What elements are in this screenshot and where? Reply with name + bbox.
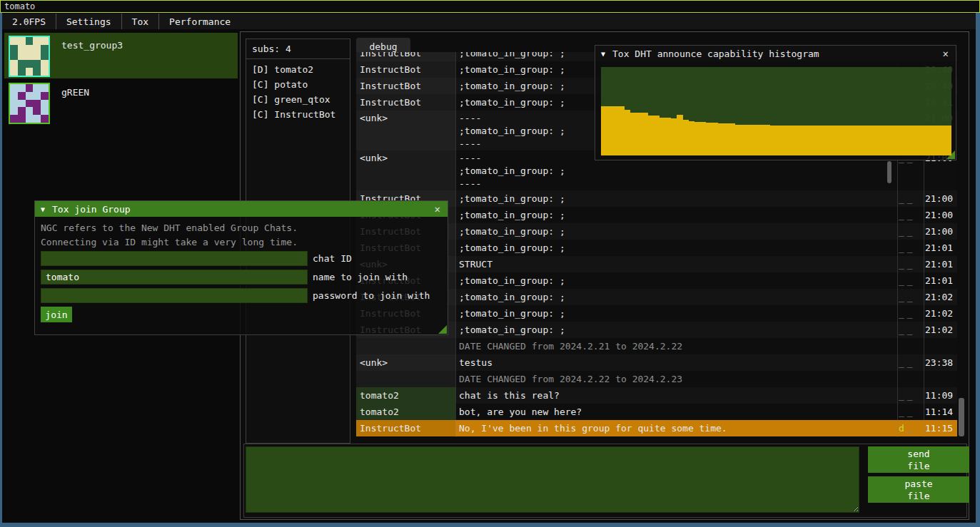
resize-grip[interactable] xyxy=(438,325,447,334)
message-text: testus xyxy=(455,354,896,371)
sender-name xyxy=(356,371,455,387)
sender-name: <unk> xyxy=(356,111,455,150)
histogram-window: ▼ Tox DHT announce capability histogram … xyxy=(595,45,956,160)
table-row[interactable]: DATE CHANGED from 2024.2.22 to 2024.2.23 xyxy=(356,371,957,387)
timestamp: 21:02 xyxy=(923,305,957,322)
paste-file-button[interactable]: paste file xyxy=(868,476,969,503)
message-text: ;tomato_in_group: ; xyxy=(455,223,896,240)
window-border-right xyxy=(976,13,980,527)
message-flags: __ xyxy=(896,387,923,404)
member-item[interactable]: [C] green_qtox xyxy=(246,92,350,107)
message-text: STRUCT xyxy=(455,256,896,272)
menu-tox[interactable]: Tox xyxy=(122,14,158,29)
subs-count: subs: 4 xyxy=(246,39,350,57)
table-row[interactable]: InstructBot No, I've been in this group … xyxy=(356,420,957,436)
message-input[interactable] xyxy=(246,446,859,513)
table-row[interactable]: tomato2 bot, are you new here? __ 11:14 xyxy=(356,404,957,420)
timestamp: 11:09 xyxy=(923,387,957,404)
menu-settings[interactable]: Settings xyxy=(56,14,121,29)
message-flags: d_ xyxy=(896,420,923,436)
join-password-row: password to join with xyxy=(41,288,430,303)
join-password-label: password to join with xyxy=(313,290,430,301)
sender-name xyxy=(356,338,455,354)
send-file-button[interactable]: send file xyxy=(868,446,969,473)
menu-performance[interactable]: Performance xyxy=(159,14,241,29)
sidebar-item-green[interactable]: gREEN xyxy=(4,80,238,126)
sender-name: InstructBot xyxy=(356,420,455,436)
message-flags: __ xyxy=(896,190,923,207)
timestamp: 11:15 xyxy=(923,420,957,436)
timestamp xyxy=(923,371,957,387)
window-border-left xyxy=(0,13,2,527)
chat-id-row: chat ID xyxy=(41,251,352,266)
message-text: ;tomato_in_group: ; xyxy=(455,289,896,305)
message-text: chat is this real? xyxy=(455,387,896,404)
composer-area: send file paste file xyxy=(243,444,967,518)
message-flags: __ xyxy=(896,207,923,223)
sender-name: InstructBot xyxy=(356,94,455,111)
group-avatar xyxy=(9,36,50,77)
message-flags xyxy=(896,371,923,387)
chat-id-label: chat ID xyxy=(313,253,352,264)
message-flags: __ xyxy=(896,272,923,289)
message-text: ;tomato_in_group: ; xyxy=(455,305,896,322)
group-avatar xyxy=(9,83,50,124)
fps-counter: 2.0FPS xyxy=(2,14,56,29)
join-password-input[interactable] xyxy=(41,288,308,303)
timestamp: 21:00 xyxy=(923,223,957,240)
app-window: tomato 2.0FPS Settings Tox Performance t… xyxy=(0,0,980,527)
join-description: NGC refers to the New DHT enabled Group … xyxy=(35,217,448,250)
join-name-input[interactable] xyxy=(41,270,308,285)
close-icon[interactable]: ✕ xyxy=(433,203,442,215)
sidebar-item-test-group3[interactable]: test_group3 xyxy=(4,33,238,78)
member-item[interactable]: [C] InstructBot xyxy=(246,107,350,122)
message-flags: __ xyxy=(896,322,923,338)
titlebar[interactable]: tomato xyxy=(0,0,980,13)
sender-name: tomato2 xyxy=(356,387,455,404)
join-name-label: name to join with xyxy=(313,272,408,282)
message-text: ;tomato_in_group: ; xyxy=(455,240,896,256)
timestamp: 21:00 xyxy=(923,207,957,223)
sender-name: <unk> xyxy=(356,150,455,190)
message-flags: __ xyxy=(896,289,923,305)
timestamp: 11:14 xyxy=(923,404,957,420)
message-text: DATE CHANGED from 2024.2.21 to 2024.2.22 xyxy=(455,338,896,354)
window-title: tomato xyxy=(4,1,35,11)
close-icon[interactable]: ✕ xyxy=(941,48,950,59)
sender-name: InstructBot xyxy=(356,78,455,94)
table-row[interactable]: <unk> testus __ 23:38 xyxy=(356,354,957,371)
histogram-title: Tox DHT announce capability histogram xyxy=(612,48,934,59)
sender-name: InstructBot xyxy=(356,52,455,61)
collapse-arrow-icon[interactable]: ▼ xyxy=(41,205,45,213)
chat-id-input[interactable] xyxy=(41,251,308,266)
message-flags: __ xyxy=(896,256,923,272)
histogram-titlebar[interactable]: ▼ Tox DHT announce capability histogram … xyxy=(595,46,956,61)
chat-scrollbar-handle[interactable] xyxy=(959,398,964,436)
table-row[interactable]: tomato2 chat is this real? __ 11:09 xyxy=(356,387,957,404)
message-text: ;tomato_in_group: ; xyxy=(455,272,896,289)
message-flags: __ xyxy=(896,223,923,240)
join-titlebar[interactable]: ▼ Tox join Group ✕ xyxy=(35,201,448,217)
menu-bar: 2.0FPS Settings Tox Performance xyxy=(2,14,976,29)
message-flags xyxy=(896,338,923,354)
table-row[interactable]: DATE CHANGED from 2024.2.21 to 2024.2.22 xyxy=(356,338,957,354)
member-item[interactable]: [C] potato xyxy=(246,77,350,92)
timestamp: 21:02 xyxy=(923,289,957,305)
member-list: [D] tomato2[C] potato[C] green_qtox[C] I… xyxy=(246,62,350,122)
group-name: test_group3 xyxy=(61,40,123,51)
group-name: gREEN xyxy=(61,87,89,98)
scrollbar-handle[interactable] xyxy=(887,161,891,183)
message-text: No, I've been in this group for quite so… xyxy=(455,420,896,436)
separator xyxy=(246,58,350,59)
join-window-title: Tox join Group xyxy=(52,204,426,215)
message-text: DATE CHANGED from 2024.2.22 to 2024.2.23 xyxy=(455,371,896,387)
join-button[interactable]: join xyxy=(41,307,72,322)
member-item[interactable]: [D] tomato2 xyxy=(246,62,350,77)
timestamp: 21:01 xyxy=(923,240,957,256)
join-group-window: ▼ Tox join Group ✕ NGC refers to the New… xyxy=(34,200,448,335)
timestamp: 23:38 xyxy=(923,354,957,371)
collapse-arrow-icon[interactable]: ▼ xyxy=(601,50,605,58)
join-name-row: name to join with xyxy=(41,270,408,285)
sender-name: tomato2 xyxy=(356,404,455,420)
message-text: ;tomato_in_group: ; xyxy=(455,190,896,207)
